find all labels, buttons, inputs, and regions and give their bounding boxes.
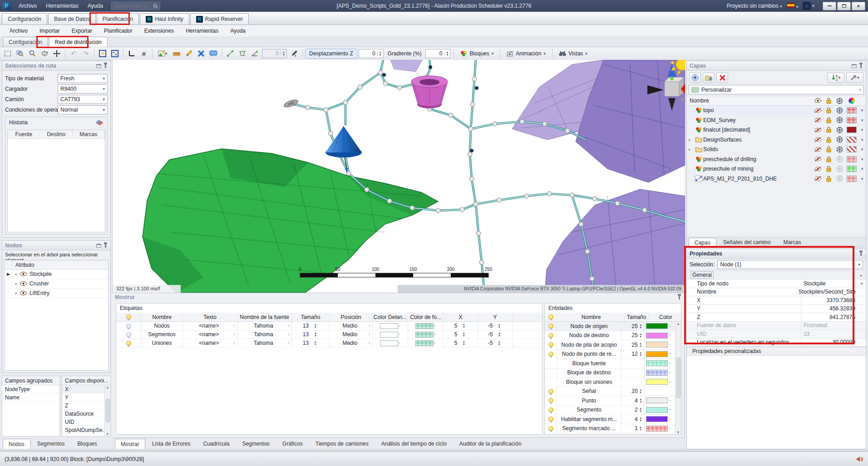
color-swatch[interactable] xyxy=(646,416,668,422)
list-item[interactable]: DataSource xyxy=(62,410,110,418)
color-caret[interactable]: ▾ xyxy=(434,324,436,328)
size-spinner[interactable]: ▲▼ xyxy=(312,323,318,329)
redo-button[interactable]: ↷ xyxy=(80,48,92,59)
tab-lista-de-errores[interactable]: Lista de Errores xyxy=(146,439,197,449)
grouped-fields-list[interactable]: Campos agrupados NodeType Name xyxy=(2,376,60,437)
pan-button[interactable] xyxy=(51,48,63,59)
list-item[interactable]: X xyxy=(62,385,110,393)
eye-icon[interactable] xyxy=(20,291,27,295)
position-dropdown[interactable]: Medio▾ xyxy=(330,331,372,338)
tab-marcas[interactable]: Marcas xyxy=(777,238,807,247)
eye-hidden-icon[interactable] xyxy=(814,167,821,172)
tree-row-crusher[interactable]: ▸ Crusher xyxy=(5,279,108,289)
selection-dropdown[interactable]: Node (1)▾ xyxy=(717,260,863,269)
menu-importar[interactable]: Importar xyxy=(34,25,66,36)
color-caret[interactable]: ▾ xyxy=(669,352,671,356)
wheel-icon[interactable] xyxy=(836,136,843,143)
bulb-icon[interactable] xyxy=(548,407,553,412)
dropdown-caret[interactable]: ▾ xyxy=(858,281,866,286)
color-caret[interactable]: ▾ xyxy=(434,341,436,345)
z-offset-toggle[interactable]: Desplazamiento Z xyxy=(305,49,357,59)
scrollbar[interactable]: ▲▼ xyxy=(675,322,681,434)
project-status-dropdown[interactable]: Proyecto sin cambios ▾ xyxy=(727,3,782,9)
property-row[interactable]: NombreStockpiles/Second_Site xyxy=(687,288,866,297)
tab-planificacion[interactable]: Planificación xyxy=(97,13,139,25)
probe-z-button[interactable]: z xyxy=(288,48,300,59)
eye-hidden-icon[interactable] xyxy=(814,108,821,113)
list-item[interactable]: NodeType xyxy=(2,385,59,393)
tab-rapid-reserver[interactable]: RRapid Reserver xyxy=(190,13,249,25)
fit-view-button[interactable] xyxy=(97,48,108,59)
comment-button[interactable] xyxy=(207,48,219,59)
bulb-icon[interactable] xyxy=(126,324,131,329)
delete-button[interactable] xyxy=(195,48,207,59)
menu-herramientas[interactable]: Herramientas xyxy=(41,0,83,12)
tab-base-de-datos[interactable]: Base de Datos xyxy=(48,13,96,25)
lock-icon[interactable] xyxy=(826,166,832,172)
spinner[interactable]: ▲▼ xyxy=(638,426,644,431)
table-row[interactable]: Punto 4▲▼ ▾ xyxy=(545,396,675,406)
pin-icon[interactable] xyxy=(860,64,862,68)
layer-caret[interactable]: ▾ xyxy=(858,137,866,142)
bulb-icon[interactable] xyxy=(548,342,553,347)
fore-color-swatch[interactable] xyxy=(380,332,398,338)
color-swatch[interactable] xyxy=(646,397,668,403)
layer-row[interactable]: preschedule of drilling ▾ xyxy=(687,155,866,165)
tab-segmentos[interactable]: Segmentos xyxy=(31,439,71,449)
zoom-extents-button[interactable] xyxy=(109,48,121,59)
back-color-swatch[interactable] xyxy=(415,332,434,338)
tab-capas[interactable]: Capas xyxy=(689,238,716,247)
lock-icon[interactable] xyxy=(826,146,832,152)
spinner[interactable]: ▲▼ xyxy=(638,333,644,338)
marquee-select-button[interactable] xyxy=(2,48,14,59)
eye-hidden-icon[interactable] xyxy=(814,128,821,132)
layer-color-swatch[interactable] xyxy=(847,127,857,133)
table-row[interactable]: Bloque fuente ▾ xyxy=(545,359,675,368)
col-marcas[interactable]: Marcas xyxy=(73,130,105,138)
tab-mostrar[interactable]: Mostrar xyxy=(115,439,145,449)
color-swatch[interactable] xyxy=(646,323,668,329)
tab-configuracion[interactable]: Configuración xyxy=(2,13,47,25)
wheel-icon[interactable] xyxy=(836,166,843,172)
text-dropdown[interactable]: <name>▾ xyxy=(183,331,237,338)
menu-archivo[interactable]: Archivo xyxy=(14,0,41,12)
property-row[interactable]: Localizar en el vertedero en segundos30.… xyxy=(687,338,866,347)
zoom-window-button[interactable] xyxy=(14,48,26,59)
tab-auditor-planificacion[interactable]: Auditor de la planificación xyxy=(454,439,528,449)
bulb-icon[interactable] xyxy=(548,398,553,403)
spinner[interactable]: ▲▼ xyxy=(638,407,644,412)
add-folder-button[interactable] xyxy=(703,73,715,83)
color-caret[interactable]: ▾ xyxy=(669,333,671,338)
undo-button[interactable]: ↶ xyxy=(68,48,79,59)
vistas-dropdown[interactable]: Vistas▾ xyxy=(555,49,592,59)
layer-caret[interactable]: ▾ xyxy=(858,167,866,171)
pin-icon[interactable] xyxy=(860,252,862,256)
minimize-button[interactable] xyxy=(823,2,836,10)
eye-hidden-icon[interactable] xyxy=(814,176,821,181)
color-caret[interactable]: ▾ xyxy=(398,341,400,345)
3d-viewport[interactable]: 0 50 100 150 200 250 z x xyxy=(112,60,685,293)
bulb-icon[interactable] xyxy=(548,389,553,394)
lock-icon[interactable] xyxy=(826,127,832,133)
sort-layers-dropdown[interactable]: AZ▾ xyxy=(827,73,844,83)
search-box[interactable] xyxy=(111,2,160,10)
tab-nodos[interactable]: Nodos xyxy=(3,439,30,449)
lock-icon[interactable] xyxy=(826,137,832,143)
axis-view-button[interactable] xyxy=(126,48,138,59)
color-caret[interactable]: ▾ xyxy=(398,324,400,328)
color-swatch[interactable] xyxy=(646,342,668,348)
col-destino[interactable]: Destino xyxy=(40,130,72,138)
font-dropdown[interactable]: Tahoma▾ xyxy=(237,340,291,346)
bulb-icon[interactable] xyxy=(126,341,131,346)
tab-cuadricula[interactable]: Cuadrícula xyxy=(197,439,235,449)
tree-row-stockpile[interactable]: ▶▸ Stockpile xyxy=(5,270,108,279)
node-tree[interactable]: Atributo ▶▸ Stockpile ▸ Crusher ▸ LiftEn… xyxy=(4,260,108,371)
size-spinner[interactable]: ▲▼ xyxy=(312,332,318,337)
property-row[interactable]: Z841.27875 xyxy=(687,313,866,322)
polygon-select-button[interactable] xyxy=(237,48,248,59)
layer-preset-dropdown[interactable]: Personalizar▾ xyxy=(689,85,864,94)
subtab-configuracion[interactable]: Configuración xyxy=(3,37,48,47)
spinner[interactable]: ▲▼ xyxy=(638,342,644,348)
color-caret[interactable]: ▾ xyxy=(669,417,671,422)
lock-icon[interactable] xyxy=(826,117,832,123)
